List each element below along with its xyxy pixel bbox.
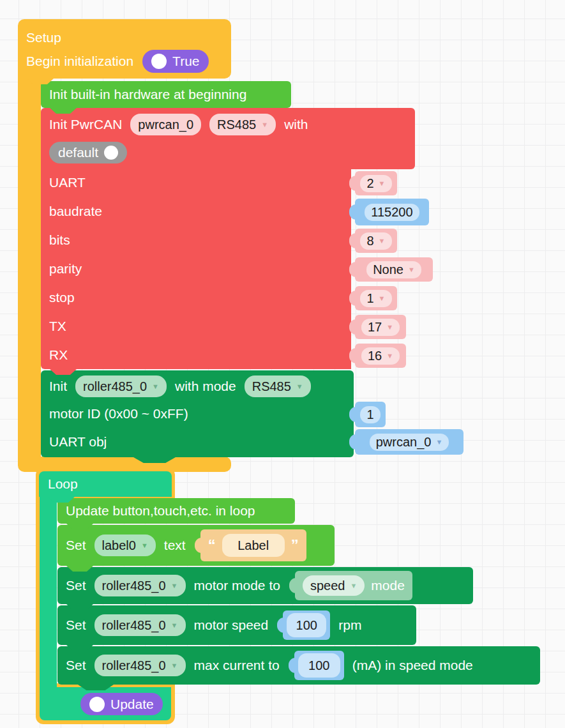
uart-value: 2 (366, 176, 373, 191)
pwrcan-name-field[interactable]: pwrcan_0 (130, 114, 201, 135)
string-value: Label (237, 538, 269, 553)
param-label: stop (49, 290, 75, 305)
setup-block-spine[interactable] (18, 77, 41, 460)
speed-value: 100 (296, 618, 317, 633)
roller-target-value: roller485_0 (102, 579, 166, 593)
rx-value: 16 (368, 349, 382, 363)
setup-block-footer[interactable] (18, 457, 231, 472)
roller-target-dropdown[interactable]: roller485_0 ▼ (94, 575, 186, 596)
pwrcan-mode-value: RS485 (217, 118, 256, 132)
param-row-stop: stop 1▼ (41, 284, 351, 313)
rx-value-block[interactable]: 16▼ (355, 344, 406, 368)
init-hardware-block[interactable]: Init built-in hardware at beginning (41, 81, 291, 108)
begin-initialization-value: True (172, 54, 199, 69)
bits-value-block[interactable]: 8▼ (355, 229, 397, 253)
motor-id-value: 1 (366, 407, 373, 422)
mode-value-block[interactable]: speed ▼ mode (295, 571, 412, 600)
loop-block-spine[interactable] (40, 497, 57, 687)
begin-initialization-toggle[interactable]: True (142, 50, 208, 73)
roller-name-dropdown[interactable]: roller485_0 ▼ (75, 375, 167, 397)
mode-dropdown[interactable]: speed ▼ (303, 575, 365, 596)
bits-value: 8 (366, 234, 373, 248)
with-mode-label: with mode (175, 379, 236, 394)
dropdown-arrow-icon: ▼ (261, 121, 268, 128)
uart-value-block[interactable]: 2▼ (355, 171, 397, 195)
max-current-to-label: max current to (194, 658, 280, 673)
set-motor-speed-block[interactable]: Set roller485_0 ▼ motor speed 100 rpm (57, 605, 416, 645)
begin-initialization-label: Begin initialization (26, 54, 133, 69)
with-label: with (284, 117, 308, 132)
roller-mode-dropdown[interactable]: RS485 ▼ (245, 375, 311, 397)
open-quote-icon: “ (208, 536, 216, 554)
label-target-dropdown[interactable]: label0 ▼ (94, 535, 156, 556)
param-label: UART (49, 175, 86, 190)
baudrate-value-block[interactable]: 115200 (355, 199, 429, 225)
dropdown-arrow-icon: ▼ (386, 353, 393, 360)
pwrcan-name-value: pwrcan_0 (138, 118, 193, 132)
speed-value-block[interactable]: 100 (283, 610, 330, 640)
uart-obj-row: UART obj pwrcan_0▼ (41, 429, 354, 456)
tx-value-block[interactable]: 17▼ (355, 315, 406, 339)
dropdown-arrow-icon: ▼ (408, 266, 415, 273)
pwrcan-mode-dropdown[interactable]: RS485 ▼ (209, 114, 276, 135)
rpm-label: rpm (338, 618, 361, 633)
uart-obj-label: UART obj (49, 434, 107, 450)
stop-value: 1 (366, 291, 373, 306)
param-label: TX (49, 319, 66, 334)
update-toggle-label: Update (110, 697, 154, 712)
init-pwrcan-block[interactable]: Init PwrCAN pwrcan_0 RS485 ▼ with defaul… (41, 108, 351, 369)
current-value-block[interactable]: 100 (294, 651, 344, 680)
dropdown-arrow-icon: ▼ (386, 324, 393, 331)
param-row-parity: parity None▼ (41, 255, 351, 284)
dropdown-arrow-icon: ▼ (435, 439, 442, 446)
update-toggle[interactable]: Update (80, 693, 163, 715)
current-value: 100 (308, 658, 329, 673)
default-label: default (58, 145, 98, 160)
motor-speed-label: motor speed (194, 618, 269, 633)
set-label: Set (66, 538, 86, 553)
ma-speed-mode-label: (mA) in speed mode (352, 658, 473, 673)
set-motor-mode-block[interactable]: Set roller485_0 ▼ motor mode to speed ▼ … (57, 567, 473, 604)
default-toggle[interactable]: default (49, 142, 127, 163)
dropdown-arrow-icon: ▼ (171, 622, 178, 629)
string-value-block[interactable]: “ Label ” (200, 529, 306, 561)
loop-block-header[interactable]: Loop (39, 471, 172, 497)
baudrate-value: 115200 (371, 205, 412, 220)
set-label: Set (66, 578, 86, 593)
toggle-knob-icon (151, 54, 167, 69)
param-label: baudrate (49, 204, 102, 219)
loop-block-footer[interactable]: Update (40, 687, 171, 720)
stop-value-block[interactable]: 1▼ (355, 286, 397, 310)
motor-id-value-block[interactable]: 1 (355, 402, 386, 427)
param-row-tx: TX 17▼ (41, 313, 351, 342)
dropdown-arrow-icon: ▼ (171, 662, 178, 669)
toggle-knob-icon (104, 146, 118, 160)
init-roller485-block[interactable]: Init roller485_0 ▼ with mode RS485 ▼ mot… (41, 370, 354, 457)
uart-obj-value: pwrcan_0 (376, 435, 432, 450)
roller-target-dropdown[interactable]: roller485_0 ▼ (94, 655, 186, 676)
set-label: Set (66, 618, 86, 633)
roller-target-value: roller485_0 (102, 618, 166, 633)
param-row-baudrate: baudrate 115200 (41, 198, 351, 227)
param-label: bits (49, 232, 70, 248)
setup-block-header[interactable]: Setup Begin initialization True (18, 19, 231, 79)
roller-target-dropdown[interactable]: roller485_0 ▼ (94, 614, 186, 636)
mode-suffix-label: mode (371, 578, 405, 593)
param-row-rx: RX 16▼ (41, 342, 351, 370)
set-label-text-block[interactable]: Set label0 ▼ text “ Label ” (57, 525, 335, 566)
roller-name-value: roller485_0 (83, 379, 147, 394)
toggle-knob-icon (89, 697, 105, 712)
mode-value: speed (310, 579, 345, 593)
dropdown-arrow-icon: ▼ (379, 180, 386, 187)
update-hardware-block[interactable]: Update button,touch,etc. in loop (57, 498, 295, 524)
text-label: text (164, 538, 186, 553)
update-hardware-label: Update button,touch,etc. in loop (66, 503, 255, 519)
parity-value: None (373, 262, 403, 277)
set-max-current-block[interactable]: Set roller485_0 ▼ max current to 100 (mA… (57, 646, 540, 685)
loop-title: Loop (48, 476, 78, 492)
param-label: parity (49, 261, 82, 277)
dropdown-arrow-icon: ▼ (171, 582, 178, 589)
parity-value-block[interactable]: None▼ (355, 257, 433, 282)
string-field[interactable]: Label (222, 534, 285, 557)
uart-obj-value-block[interactable]: pwrcan_0▼ (355, 429, 463, 455)
